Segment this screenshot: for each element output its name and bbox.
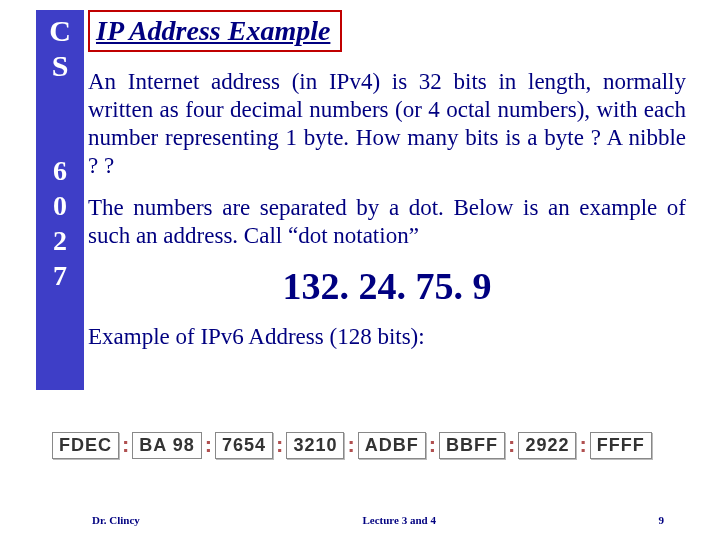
slide-footer: Dr. Clincy Lecture 3 and 4 9: [0, 514, 720, 526]
course-sidebar: C S 6 0 2 7: [36, 10, 84, 390]
colon-icon: :: [344, 432, 357, 458]
hex-group: FFFF: [590, 432, 652, 459]
footer-author: Dr. Clincy: [92, 514, 140, 526]
footer-page-number: 9: [659, 514, 665, 526]
sidebar-letter: S: [36, 49, 84, 84]
slide-title: IP Address Example: [96, 15, 330, 46]
colon-icon: :: [576, 432, 589, 458]
title-box: IP Address Example: [88, 10, 342, 52]
footer-lecture: Lecture 3 and 4: [362, 514, 435, 526]
hex-group: BBFF: [439, 432, 505, 459]
hex-group: 2922: [518, 432, 576, 459]
ipv6-caption: Example of IPv6 Address (128 bits):: [88, 324, 686, 350]
sidebar-letter: C: [36, 14, 84, 49]
ipv6-address-row: FDEC : BA 98 : 7654 : 3210 : ADBF : BBFF…: [52, 432, 682, 459]
hex-group: BA 98: [132, 432, 201, 459]
sidebar-digit: 2: [36, 223, 84, 258]
hex-group: FDEC: [52, 432, 119, 459]
colon-icon: :: [119, 432, 132, 458]
hex-group: ADBF: [358, 432, 426, 459]
colon-icon: :: [426, 432, 439, 458]
colon-icon: :: [505, 432, 518, 458]
hex-group: 7654: [215, 432, 273, 459]
paragraph-2: The numbers are separated by a dot. Belo…: [88, 194, 686, 250]
colon-icon: :: [202, 432, 215, 458]
colon-icon: :: [273, 432, 286, 458]
sidebar-digit: 7: [36, 258, 84, 293]
ipv4-example: 132. 24. 75. 9: [88, 264, 686, 308]
sidebar-digit: 0: [36, 188, 84, 223]
paragraph-1: An Internet address (in IPv4) is 32 bits…: [88, 68, 686, 180]
hex-group: 3210: [286, 432, 344, 459]
slide-content: IP Address Example An Internet address (…: [88, 10, 686, 360]
sidebar-digit: 6: [36, 153, 84, 188]
